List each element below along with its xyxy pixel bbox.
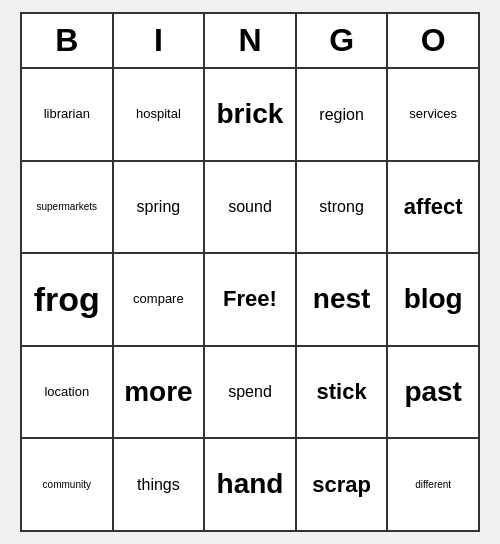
bingo-cell-0-2: brick — [205, 69, 297, 160]
cell-text-3-2: spend — [228, 383, 272, 401]
cell-text-3-3: stick — [317, 380, 367, 404]
cell-text-2-1: compare — [133, 292, 184, 306]
cell-text-3-0: location — [44, 385, 89, 399]
cell-text-0-2: brick — [217, 99, 284, 130]
cell-text-4-1: things — [137, 476, 180, 494]
bingo-cell-0-3: region — [297, 69, 389, 160]
bingo-cell-1-2: sound — [205, 162, 297, 253]
bingo-row-4: communitythingshandscrapdifferent — [22, 439, 478, 530]
cell-text-4-2: hand — [217, 469, 284, 500]
cell-text-4-4: different — [415, 479, 451, 490]
bingo-cell-4-2: hand — [205, 439, 297, 530]
cell-text-2-3: nest — [313, 284, 371, 315]
bingo-cell-2-3: nest — [297, 254, 389, 345]
header-letter-n: N — [205, 14, 297, 67]
bingo-cell-0-0: librarian — [22, 69, 114, 160]
bingo-row-3: locationmorespendstickpast — [22, 347, 478, 440]
bingo-cell-3-2: spend — [205, 347, 297, 438]
bingo-row-0: librarianhospitalbrickregionservices — [22, 69, 478, 162]
bingo-cell-3-0: location — [22, 347, 114, 438]
bingo-cell-2-2: Free! — [205, 254, 297, 345]
bingo-cell-2-4: blog — [388, 254, 478, 345]
cell-text-3-4: past — [404, 377, 462, 408]
cell-text-2-4: blog — [404, 284, 463, 315]
bingo-cell-1-4: affect — [388, 162, 478, 253]
bingo-cell-1-1: spring — [114, 162, 206, 253]
cell-text-1-2: sound — [228, 198, 272, 216]
cell-text-4-3: scrap — [312, 473, 371, 497]
cell-text-3-1: more — [124, 377, 192, 408]
cell-text-0-0: librarian — [44, 107, 90, 121]
bingo-row-1: supermarketsspringsoundstrongaffect — [22, 162, 478, 255]
bingo-cell-0-4: services — [388, 69, 478, 160]
bingo-cell-4-1: things — [114, 439, 206, 530]
cell-text-0-4: services — [409, 107, 457, 121]
bingo-cell-2-0: frog — [22, 254, 114, 345]
bingo-header: BINGO — [22, 14, 478, 69]
bingo-cell-3-4: past — [388, 347, 478, 438]
bingo-cell-1-0: supermarkets — [22, 162, 114, 253]
bingo-cell-4-0: community — [22, 439, 114, 530]
cell-text-0-1: hospital — [136, 107, 181, 121]
bingo-cell-1-3: strong — [297, 162, 389, 253]
header-letter-g: G — [297, 14, 389, 67]
bingo-cell-3-1: more — [114, 347, 206, 438]
bingo-row-2: frogcompareFree!nestblog — [22, 254, 478, 347]
header-letter-i: I — [114, 14, 206, 67]
bingo-cell-2-1: compare — [114, 254, 206, 345]
bingo-body: librarianhospitalbrickregionservicessupe… — [22, 69, 478, 530]
bingo-cell-4-3: scrap — [297, 439, 389, 530]
bingo-cell-4-4: different — [388, 439, 478, 530]
bingo-cell-3-3: stick — [297, 347, 389, 438]
cell-text-4-0: community — [43, 479, 91, 490]
cell-text-1-4: affect — [404, 195, 463, 219]
bingo-cell-0-1: hospital — [114, 69, 206, 160]
cell-text-2-0: frog — [34, 281, 100, 318]
cell-text-1-3: strong — [319, 198, 363, 216]
cell-text-1-1: spring — [137, 198, 181, 216]
header-letter-o: O — [388, 14, 478, 67]
cell-text-0-3: region — [319, 106, 363, 124]
cell-text-1-0: supermarkets — [37, 201, 98, 212]
cell-text-2-2: Free! — [223, 287, 277, 311]
header-letter-b: B — [22, 14, 114, 67]
bingo-card: BINGO librarianhospitalbrickregionservic… — [20, 12, 480, 532]
